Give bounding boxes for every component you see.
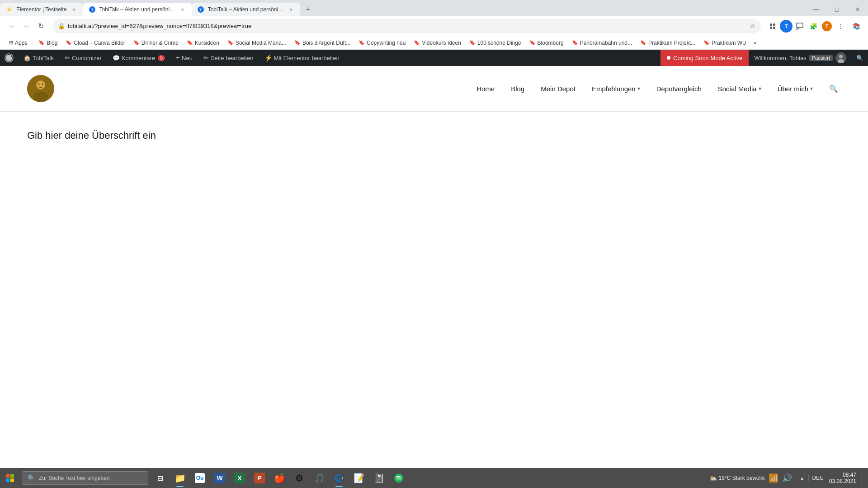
- tab-2[interactable]: T TobiTalk – Aktien und persönlich... ×: [83, 3, 192, 16]
- taskbar-app-6[interactable]: 🍎: [269, 468, 289, 488]
- address-bar-container[interactable]: 🔒 ☆: [52, 19, 761, 33]
- svg-rect-8: [797, 23, 803, 28]
- show-desktop-button[interactable]: [862, 468, 864, 488]
- wp-welcome[interactable]: Willkommen, Tobias Pausiert: [749, 50, 852, 66]
- bookmark-copywriting[interactable]: 🔖 Copywriting neu: [355, 38, 409, 47]
- svg-rect-22: [6, 479, 9, 482]
- site-logo[interactable]: [27, 75, 54, 102]
- extensions-button[interactable]: [766, 20, 779, 33]
- site-search-button[interactable]: 🔍: [826, 81, 841, 96]
- nav-depotvergleich[interactable]: Depotvergleich: [650, 81, 708, 96]
- cast-button[interactable]: [793, 20, 806, 33]
- maximize-button[interactable]: □: [826, 3, 847, 16]
- taskbar-app-explorer[interactable]: 📁: [170, 468, 190, 488]
- excel-icon: X: [234, 473, 245, 483]
- site-nav: Home Blog Mein Depot Empfehlungen ▾ Depo…: [470, 81, 841, 96]
- taskbar-app-spotify[interactable]: [389, 468, 409, 488]
- taskbar-app-11[interactable]: 📓: [369, 468, 389, 488]
- logo-image: [27, 75, 54, 102]
- wp-elementor-edit[interactable]: ⚡ Mit Elementor bearbeiten: [259, 50, 345, 66]
- app11-icon: 📓: [373, 473, 385, 483]
- bookmarks-more[interactable]: »: [751, 38, 760, 47]
- wp-customizer[interactable]: ✏ Customizer: [59, 50, 107, 66]
- address-input[interactable]: [68, 23, 747, 29]
- clock-time: 08:47: [843, 472, 856, 478]
- taskbar-app-powerpoint[interactable]: P: [250, 468, 269, 488]
- clock-date: 03.08.2021: [829, 478, 856, 484]
- back-button[interactable]: ←: [5, 20, 18, 33]
- bookmark-100-dinge[interactable]: 🔖 100 schöne Dinge: [466, 38, 525, 47]
- tab-2-close[interactable]: ×: [179, 6, 186, 13]
- svg-rect-21: [10, 474, 14, 478]
- bookmark-praktikum-wu[interactable]: 🔖 Praktikum WU: [700, 38, 750, 47]
- wp-edit-page[interactable]: ✏ Seite bearbeiten: [198, 50, 259, 66]
- wp-customizer-icon: ✏: [65, 54, 70, 61]
- new-tab-button[interactable]: +: [302, 3, 315, 16]
- nav-blog[interactable]: Blog: [505, 81, 531, 96]
- wp-admin-bar: 🏠 TobiTalk ✏ Customizer 💬 Kommentare 0 +…: [0, 50, 868, 66]
- nav-mein-depot[interactable]: Mein Depot: [534, 81, 582, 96]
- bookmark-star-icon[interactable]: ☆: [750, 23, 755, 29]
- wp-search-button[interactable]: 🔍: [852, 50, 868, 66]
- reading-list-button[interactable]: 📚: [850, 20, 863, 33]
- taskbar-task-view[interactable]: ⊟: [150, 468, 170, 488]
- reload-button[interactable]: ↻: [34, 20, 47, 33]
- close-button[interactable]: ×: [847, 3, 868, 16]
- svg-point-24: [394, 474, 403, 483]
- bookmark-bloomberg[interactable]: 🔖 Bloomberg: [526, 38, 567, 47]
- bookmark-social-media[interactable]: 🔖 Social Media Mana...: [224, 38, 290, 47]
- bookmark-kursideen[interactable]: 🔖 Kursideen: [183, 38, 223, 47]
- volume-icon[interactable]: 🔊: [782, 473, 792, 483]
- taskbar-app-8[interactable]: 🎵: [309, 468, 329, 488]
- tab-3[interactable]: T TobiTalk – Aktien und persönlich... ×: [192, 3, 300, 16]
- bookmark-cload[interactable]: 🔖 Cload – Canva Bilder: [62, 38, 128, 47]
- nav-uber-mich[interactable]: Über mich ▾: [771, 81, 819, 96]
- tab-1-favicon: ⚡: [5, 6, 13, 13]
- taskbar-app-edge[interactable]: [329, 468, 349, 488]
- tab-1[interactable]: ⚡ Elementor | Testseite ×: [0, 3, 83, 16]
- taskbar-clock[interactable]: 08:47 03.08.2021: [826, 472, 860, 484]
- extensions-puzzle-button[interactable]: 🧩: [807, 20, 820, 33]
- wp-coming-soon[interactable]: Coming Soon Mode Active: [660, 50, 749, 66]
- up-arrow-icon[interactable]: ▲: [800, 475, 805, 481]
- taskbar-app-excel[interactable]: X: [230, 468, 250, 488]
- wp-comments[interactable]: 💬 Kommentare 0: [107, 50, 170, 66]
- bookmark-dinner[interactable]: 🔖 Dinner & Crime: [130, 38, 182, 47]
- bookmark-panorama[interactable]: 🔖 Panoramabahn und...: [568, 38, 636, 47]
- wp-site-name[interactable]: 🏠 TobiTalk: [18, 50, 59, 66]
- taskbar-app-7[interactable]: ⚙: [289, 468, 309, 488]
- svg-point-16: [33, 91, 48, 102]
- wp-new[interactable]: + Neu: [170, 50, 198, 66]
- account-button[interactable]: T: [821, 20, 833, 33]
- bookmark-blog[interactable]: 🔖 Blog: [35, 38, 61, 47]
- taskbar-app-word[interactable]: W: [210, 468, 230, 488]
- profile-button[interactable]: T: [780, 20, 793, 33]
- forward-button[interactable]: →: [20, 20, 33, 33]
- bookmark-praktikum-projekt[interactable]: 🔖 Praktikum Projekt...: [637, 38, 699, 47]
- wp-logo-button[interactable]: [0, 50, 18, 66]
- app8-icon: 🎵: [314, 473, 325, 483]
- tab-1-close[interactable]: ×: [71, 6, 78, 13]
- nav-home[interactable]: Home: [470, 81, 501, 96]
- page-heading: Gib hier deine Überschrift ein: [27, 130, 841, 141]
- taskbar-search[interactable]: 🔍 Zur Suche Text hier eingeben: [22, 471, 148, 485]
- menu-button[interactable]: ⋮: [834, 20, 847, 33]
- app7-icon: ⚙: [295, 473, 303, 483]
- bookmark-videokurs[interactable]: 🔖 Videokurs Ideen: [410, 38, 465, 47]
- nav-empfehlungen[interactable]: Empfehlungen ▾: [585, 81, 646, 96]
- cloud-icon[interactable]: ⛅: [709, 474, 717, 482]
- minimize-button[interactable]: ─: [806, 3, 826, 16]
- bookmark-bois[interactable]: 🔖 Bois d'Argent Duft...: [291, 38, 354, 47]
- bookmark-apps[interactable]: ⊞ Apps: [5, 38, 31, 47]
- svg-point-9: [796, 29, 797, 30]
- bookmark-apps-icon: ⊞: [9, 40, 13, 46]
- taskbar-app-notepad[interactable]: 📝: [349, 468, 369, 488]
- nav-social-media[interactable]: Social Media ▾: [712, 81, 768, 96]
- network-icon[interactable]: 📶: [769, 473, 778, 483]
- start-button[interactable]: [0, 468, 20, 488]
- language-indicator[interactable]: DEU: [808, 475, 824, 481]
- taskbar-search-text: Zur Suche Text hier eingeben: [39, 475, 110, 481]
- tab-3-close[interactable]: ×: [288, 6, 295, 13]
- wp-elementor-icon: ⚡: [264, 54, 272, 61]
- taskbar-app-outlook[interactable]: Ou: [190, 468, 210, 488]
